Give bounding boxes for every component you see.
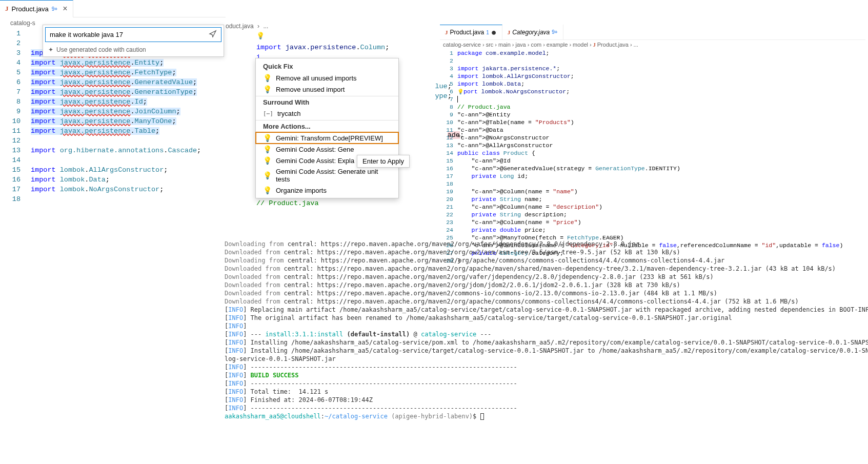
enter-to-apply-hint: Enter to Apply bbox=[357, 155, 410, 168]
tab-product-java[interactable]: J Product.java 9+ × bbox=[0, 0, 73, 17]
tab-label: Product.java bbox=[12, 5, 49, 13]
chevron-right-icon: › bbox=[255, 23, 261, 30]
java-file-icon: J bbox=[5, 5, 9, 13]
lightbulb-icon: 💡 bbox=[263, 156, 272, 165]
terminal-panel[interactable]: Downloading from central: https://repo.m… bbox=[225, 240, 865, 420]
lightbulb-icon: 💡 bbox=[263, 134, 272, 142]
gemini-prompt-popup: ✦ Use generated code with caution bbox=[43, 25, 224, 57]
menu-label: Gemini Code Assist: Expla bbox=[276, 157, 354, 165]
menu-label: trycatch bbox=[277, 110, 301, 117]
prompt-caution: ✦ Use generated code with caution bbox=[43, 44, 224, 56]
caution-text: Use generated code with caution bbox=[56, 46, 146, 53]
menu-remove-all-unused[interactable]: 💡Remove all unused imports bbox=[256, 72, 398, 84]
lightbulb-icon: 💡 bbox=[263, 186, 272, 194]
menu-organize-imports[interactable]: 💡Organize imports bbox=[256, 185, 398, 196]
breadcrumb[interactable]: catalog-service›src›main›java›com›exampl… bbox=[440, 40, 865, 49]
menu-label: Gemini: Transform Code[PREVIEW] bbox=[276, 134, 383, 142]
menu-trycatch[interactable]: [⋯]trycatch bbox=[256, 108, 398, 119]
menu-remove-unused[interactable]: 💡Remove unused import bbox=[256, 84, 398, 95]
code-area[interactable]: package com.example.model;import jakarta… bbox=[457, 49, 865, 265]
send-icon[interactable] bbox=[209, 30, 217, 39]
menu-gemini-transform[interactable]: 💡Gemini: Transform Code[PREVIEW] bbox=[256, 132, 398, 144]
menu-header-quickfix: Quick Fix bbox=[256, 60, 398, 72]
breadcrumb: oduct.java › ... bbox=[226, 23, 431, 33]
menu-header-more: More Actions... bbox=[256, 120, 398, 132]
breadcrumb-more[interactable]: ... bbox=[263, 23, 268, 30]
breadcrumb-file[interactable]: oduct.java bbox=[226, 23, 254, 30]
gemini-prompt-input[interactable] bbox=[50, 31, 209, 38]
menu-label: Gemini Code Assist: Gene bbox=[276, 146, 354, 153]
tab-bar: JProduct.java 1 ●JCategory.java 9+ bbox=[440, 25, 865, 40]
tab-bar: J Product.java 9+ × bbox=[0, 0, 226, 17]
menu-label: Remove all unused imports bbox=[276, 74, 357, 82]
prompt-input-row bbox=[45, 27, 221, 42]
lightbulb-icon: 💡 bbox=[263, 74, 272, 82]
menu-header-surround: Surround With bbox=[256, 96, 398, 108]
close-icon[interactable]: × bbox=[60, 4, 67, 13]
sparkle-icon: ✦ bbox=[48, 46, 53, 53]
menu-label: Remove unused import bbox=[276, 86, 345, 93]
lightbulb-icon: 💡 bbox=[263, 145, 272, 153]
menu-gemini-tests[interactable]: 💡Gemini Code Assist: Generate unit tests bbox=[256, 166, 398, 185]
menu-gemini-generate[interactable]: 💡Gemini Code Assist: Gene bbox=[256, 144, 398, 155]
tab-category-java[interactable]: JCategory.java 9+ bbox=[502, 25, 563, 39]
editor-panel-right: JProduct.java 1 ●JCategory.java 9+ catal… bbox=[440, 25, 865, 265]
lightbulb-icon: 💡 bbox=[263, 171, 272, 179]
menu-label: Organize imports bbox=[276, 187, 327, 194]
menu-label: Gemini Code Assist: Generate unit tests bbox=[276, 168, 391, 183]
snippet-icon: [⋯] bbox=[263, 110, 273, 117]
tab-badge: 9+ bbox=[52, 6, 57, 12]
lightbulb-icon: 💡 bbox=[263, 85, 272, 93]
tab-product-java[interactable]: JProduct.java 1 ● bbox=[440, 25, 502, 39]
code-action-menu: Quick Fix 💡Remove all unused imports 💡Re… bbox=[255, 58, 399, 198]
code-editor[interactable]: 1234567891011121314151617181920212223242… bbox=[440, 49, 865, 265]
line-gutter: 123456789101112131415161718 bbox=[0, 29, 31, 204]
line-gutter: 1234567891011121314151617181920212223242… bbox=[440, 49, 457, 265]
